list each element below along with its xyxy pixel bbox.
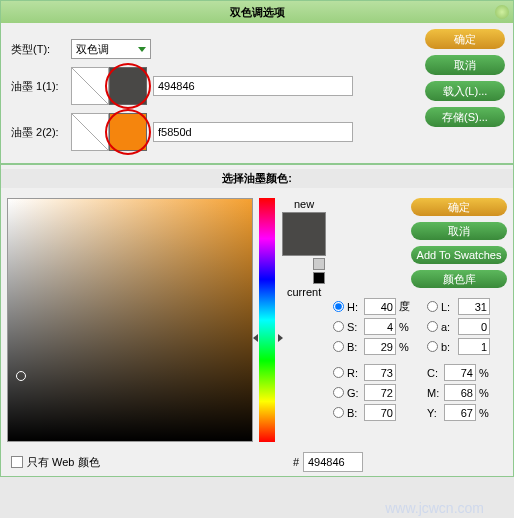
ink2-color-swatch[interactable] bbox=[109, 113, 147, 151]
r-input[interactable] bbox=[364, 364, 396, 381]
new-label: new bbox=[281, 198, 327, 210]
y-input[interactable] bbox=[444, 404, 476, 421]
color-lib-button[interactable]: 颜色库 bbox=[411, 270, 507, 288]
ink2-hex-input[interactable] bbox=[153, 122, 353, 142]
bl-input[interactable] bbox=[458, 338, 490, 355]
preview-column: new current bbox=[281, 198, 327, 442]
l-radio[interactable] bbox=[427, 301, 438, 312]
picker-cancel-button[interactable]: 取消 bbox=[411, 222, 507, 240]
g-label: G: bbox=[347, 387, 361, 399]
l-input[interactable] bbox=[458, 298, 490, 315]
bb-label: B: bbox=[347, 407, 361, 419]
a-input[interactable] bbox=[458, 318, 490, 335]
ink1-curve-swatch[interactable] bbox=[71, 67, 109, 105]
g-radio[interactable] bbox=[333, 387, 344, 398]
bb-input[interactable] bbox=[364, 404, 396, 421]
chevron-down-icon bbox=[138, 47, 146, 52]
m-input[interactable] bbox=[444, 384, 476, 401]
new-color-swatch[interactable] bbox=[282, 212, 326, 256]
hue-thumb-icon bbox=[253, 334, 283, 342]
l-label: L: bbox=[441, 301, 455, 313]
s-radio[interactable] bbox=[333, 321, 344, 332]
c-input[interactable] bbox=[444, 364, 476, 381]
duotone-titlebar[interactable]: 双色调选项 bbox=[1, 1, 513, 23]
cube-icon[interactable] bbox=[313, 258, 325, 270]
ink1-color-swatch[interactable] bbox=[109, 67, 147, 105]
cancel-button[interactable]: 取消 bbox=[425, 55, 505, 75]
close-icon[interactable] bbox=[495, 5, 509, 19]
h-radio[interactable] bbox=[333, 301, 344, 312]
gamut-warning-icon[interactable] bbox=[313, 272, 325, 284]
bl-radio[interactable] bbox=[427, 341, 438, 352]
bb-radio[interactable] bbox=[333, 407, 344, 418]
s-label: S: bbox=[347, 321, 361, 333]
h-input[interactable] bbox=[364, 298, 396, 315]
type-label: 类型(T): bbox=[11, 42, 71, 57]
bl-label: b: bbox=[441, 341, 455, 353]
ink1-label: 油墨 1(1): bbox=[11, 79, 71, 94]
color-field[interactable] bbox=[7, 198, 253, 442]
save-button[interactable]: 存储(S)... bbox=[425, 107, 505, 127]
ink2-curve-swatch[interactable] bbox=[71, 113, 109, 151]
ok-button[interactable]: 确定 bbox=[425, 29, 505, 49]
hex-input[interactable] bbox=[303, 452, 363, 472]
b-radio[interactable] bbox=[333, 341, 344, 352]
c-label: C: bbox=[427, 367, 441, 379]
picker-title: 选择油墨颜色: bbox=[1, 169, 513, 188]
ink1-hex-input[interactable] bbox=[153, 76, 353, 96]
a-radio[interactable] bbox=[427, 321, 438, 332]
web-only-label: 只有 Web 颜色 bbox=[27, 455, 100, 470]
color-picker-panel: 选择油墨颜色: new current 确定 取消 Add To Swatche… bbox=[0, 164, 514, 477]
duotone-panel: 双色调选项 类型(T): 双色调 油墨 1(1): 油墨 2(2): bbox=[0, 0, 514, 164]
a-label: a: bbox=[441, 321, 455, 333]
add-swatches-button[interactable]: Add To Swatches bbox=[411, 246, 507, 264]
b-label: B: bbox=[347, 341, 361, 353]
type-dropdown[interactable]: 双色调 bbox=[71, 39, 151, 59]
hue-slider[interactable] bbox=[259, 198, 275, 442]
watermark-text: www.jcwcn.com bbox=[385, 500, 484, 516]
r-radio[interactable] bbox=[333, 367, 344, 378]
load-button[interactable]: 载入(L)... bbox=[425, 81, 505, 101]
current-label: current bbox=[281, 286, 327, 298]
duotone-title: 双色调选项 bbox=[230, 5, 285, 20]
s-input[interactable] bbox=[364, 318, 396, 335]
y-label: Y: bbox=[427, 407, 441, 419]
hex-hash-label: # bbox=[293, 456, 299, 468]
b-input[interactable] bbox=[364, 338, 396, 355]
h-label: H: bbox=[347, 301, 361, 313]
r-label: R: bbox=[347, 367, 361, 379]
color-cursor-icon bbox=[16, 371, 26, 381]
type-value: 双色调 bbox=[76, 42, 109, 57]
picker-ok-button[interactable]: 确定 bbox=[411, 198, 507, 216]
g-input[interactable] bbox=[364, 384, 396, 401]
ink2-label: 油墨 2(2): bbox=[11, 125, 71, 140]
m-label: M: bbox=[427, 387, 441, 399]
web-only-checkbox[interactable] bbox=[11, 456, 23, 468]
